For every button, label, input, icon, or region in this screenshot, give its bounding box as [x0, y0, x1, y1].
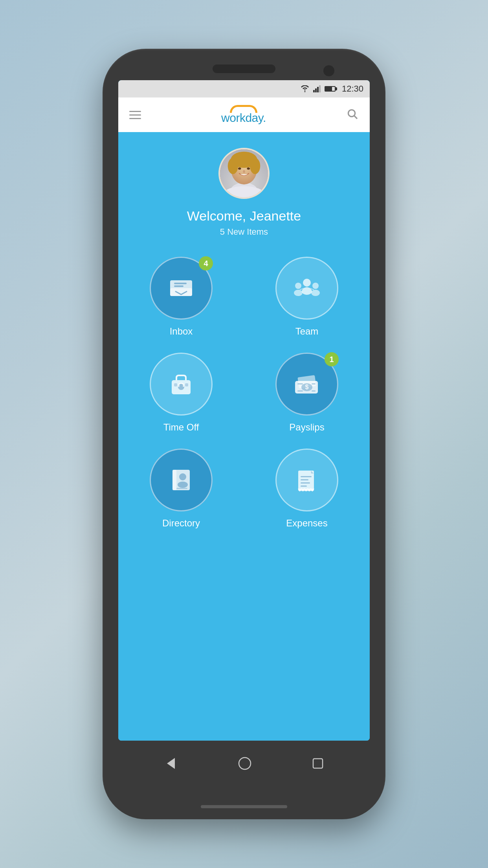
svg-point-0 — [304, 91, 305, 92]
svg-rect-37 — [297, 383, 303, 384]
svg-point-5 — [348, 110, 355, 116]
status-bar: 12:30 — [118, 80, 370, 97]
workday-logo: workday. — [221, 105, 266, 125]
payslips-icon-circle: $ 1 — [275, 353, 338, 416]
home-indicator — [201, 805, 287, 808]
back-button[interactable] — [164, 756, 178, 771]
team-label: Team — [295, 326, 319, 337]
svg-point-21 — [303, 279, 311, 287]
payslips-grid-item[interactable]: $ 1 Payslips — [256, 353, 358, 433]
home-button[interactable] — [238, 756, 252, 771]
svg-point-16 — [243, 170, 245, 173]
svg-rect-39 — [297, 390, 303, 392]
expenses-grid-item[interactable]: Expenses — [256, 449, 358, 529]
new-items-count: 5 New Items — [220, 227, 268, 237]
svg-rect-40 — [312, 390, 316, 392]
inbox-label: Inbox — [170, 326, 193, 337]
svg-point-26 — [311, 290, 320, 296]
app-grid: 4 Inbox — [130, 257, 358, 529]
search-icon — [346, 108, 359, 120]
svg-text:$: $ — [305, 384, 309, 390]
svg-rect-38 — [312, 383, 316, 384]
timeoff-icon — [165, 368, 197, 400]
svg-point-23 — [295, 283, 301, 289]
inbox-grid-item[interactable]: 4 Inbox — [130, 257, 232, 337]
home-icon — [238, 756, 252, 771]
battery-icon — [325, 86, 336, 92]
svg-point-52 — [239, 758, 251, 769]
svg-point-15 — [247, 167, 250, 170]
hamburger-menu-icon[interactable] — [129, 111, 141, 119]
android-nav — [103, 741, 385, 786]
recents-icon — [312, 757, 324, 770]
signal-icon — [313, 85, 321, 92]
directory-label: Directory — [162, 518, 200, 529]
directory-icon — [165, 464, 197, 496]
svg-line-6 — [354, 116, 357, 119]
svg-point-24 — [294, 290, 303, 296]
workday-logo-text: workday. — [221, 111, 266, 125]
svg-point-44 — [178, 482, 188, 488]
svg-rect-45 — [176, 488, 187, 489]
phone-speaker — [213, 64, 275, 73]
svg-point-25 — [312, 283, 319, 289]
payslips-badge: 1 — [325, 352, 339, 366]
inbox-icon — [165, 272, 197, 304]
recents-button[interactable] — [312, 757, 324, 770]
svg-rect-53 — [313, 759, 323, 768]
svg-point-43 — [179, 473, 186, 480]
wifi-icon — [300, 85, 310, 92]
payslips-icon: $ — [291, 368, 323, 400]
svg-rect-49 — [301, 482, 310, 484]
expenses-label: Expenses — [286, 518, 327, 529]
team-grid-item[interactable]: Team — [256, 257, 358, 337]
inbox-icon-circle: 4 — [150, 257, 213, 320]
svg-rect-48 — [301, 479, 308, 480]
payslips-label: Payslips — [289, 422, 324, 433]
phone-screen: 12:30 workday. — [118, 80, 370, 741]
svg-rect-31 — [174, 383, 177, 386]
inbox-badge: 4 — [199, 256, 213, 270]
timeoff-icon-circle — [150, 353, 213, 416]
svg-rect-19 — [174, 283, 187, 284]
avatar[interactable] — [218, 148, 270, 199]
timeoff-label: Time Off — [163, 422, 199, 433]
svg-rect-32 — [185, 383, 188, 386]
svg-point-13 — [250, 158, 260, 174]
search-button[interactable] — [346, 108, 359, 122]
svg-rect-2 — [315, 88, 317, 92]
svg-rect-3 — [317, 87, 319, 92]
phone-device: 12:30 workday. — [103, 49, 385, 819]
app-content: Welcome, Jeanette 5 New Items — [118, 132, 370, 741]
expenses-icon-circle — [275, 449, 338, 511]
directory-grid-item[interactable]: Directory — [130, 449, 232, 529]
team-icon-circle — [275, 257, 338, 320]
svg-rect-20 — [174, 285, 183, 287]
svg-rect-4 — [319, 85, 321, 92]
app-header: workday. — [118, 97, 370, 132]
svg-marker-51 — [167, 758, 175, 769]
back-icon — [164, 756, 178, 771]
phone-camera — [323, 65, 334, 76]
avatar-image — [220, 149, 268, 197]
svg-point-12 — [228, 158, 238, 174]
svg-rect-1 — [313, 90, 315, 92]
svg-rect-47 — [301, 476, 312, 477]
status-time: 12:30 — [342, 84, 363, 94]
welcome-message: Welcome, Jeanette — [187, 208, 301, 224]
svg-rect-50 — [301, 485, 307, 487]
svg-rect-42 — [172, 470, 176, 490]
svg-point-14 — [238, 167, 241, 170]
expenses-icon — [291, 464, 323, 496]
team-icon — [291, 272, 323, 304]
directory-icon-circle — [150, 449, 213, 511]
timeoff-grid-item[interactable]: Time Off — [130, 353, 232, 433]
